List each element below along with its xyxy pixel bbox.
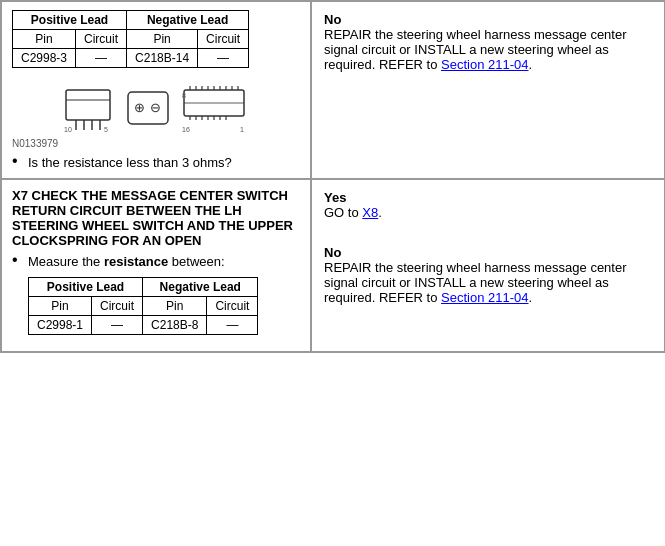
- row1-cir1: —: [76, 49, 127, 68]
- cell-top-left: Positive Lead Negative Lead Pin Circuit …: [1, 1, 311, 179]
- col-circuit2: Circuit: [198, 30, 249, 49]
- col-pin2: Pin: [127, 30, 198, 49]
- section-title: X7 CHECK THE MESSAGE CENTER SWITCH RETUR…: [12, 188, 300, 248]
- connector1-svg: 10 5: [62, 86, 114, 134]
- positive-lead-header: Positive Lead: [13, 11, 127, 30]
- no-link-top[interactable]: Section 211-04: [441, 57, 528, 72]
- cell-bottom-right: Yes GO to X8. No REPAIR the steering whe…: [311, 179, 665, 352]
- bullet-measure-text: Measure the resistance between:: [28, 254, 225, 269]
- negative-lead-header-b: Negative Lead: [143, 278, 258, 297]
- connector3: 16 1 8: [182, 86, 250, 134]
- row1-pin2-b: C218B-8: [143, 316, 207, 335]
- row1-cir2-b: —: [207, 316, 258, 335]
- row1-pin1-b: C2998-1: [29, 316, 92, 335]
- lead-table-bottom: Positive Lead Negative Lead Pin Circuit …: [28, 277, 258, 335]
- no-label-top: No: [324, 12, 653, 27]
- connector-images: 10 5 ⊕ ⊖: [12, 86, 300, 134]
- no-answer-bottom: No REPAIR the steering wheel harness mes…: [324, 245, 653, 305]
- bullet-dot2: •: [12, 252, 24, 268]
- no-suffix-top: .: [529, 57, 533, 72]
- lead-table-top: Positive Lead Negative Lead Pin Circuit …: [12, 10, 249, 68]
- yes-answer: Yes GO to X8.: [324, 190, 653, 220]
- svg-text:10: 10: [64, 126, 72, 133]
- connector3-svg: 16 1 8: [182, 86, 250, 134]
- row1-pin1: C2998-3: [13, 49, 76, 68]
- bullet-dot: •: [12, 153, 24, 169]
- main-grid: Positive Lead Negative Lead Pin Circuit …: [0, 0, 665, 353]
- yes-suffix: .: [378, 205, 382, 220]
- connector1: 10 5: [62, 86, 114, 134]
- col-circuit1: Circuit: [76, 30, 127, 49]
- positive-lead-header-b: Positive Lead: [29, 278, 143, 297]
- no-text-top: REPAIR the steering wheel harness messag…: [324, 27, 653, 72]
- bullet-bold: resistance: [104, 254, 168, 269]
- bullet-text: Is the resistance less than 3 ohms?: [28, 155, 232, 170]
- svg-text:16: 16: [182, 126, 190, 133]
- col-circuit1-b: Circuit: [92, 297, 143, 316]
- yes-label: Yes: [324, 190, 653, 205]
- no-link-bottom[interactable]: Section 211-04: [441, 290, 528, 305]
- no-text-bottom: REPAIR the steering wheel harness messag…: [324, 260, 653, 305]
- bullet-tail: between:: [172, 254, 225, 269]
- cell-bottom-left: X7 CHECK THE MESSAGE CENTER SWITCH RETUR…: [1, 179, 311, 352]
- col-circuit2-b: Circuit: [207, 297, 258, 316]
- no-answer-top: No REPAIR the steering wheel harness mes…: [324, 12, 653, 72]
- yes-link[interactable]: X8: [362, 205, 378, 220]
- connector2-svg: ⊕ ⊖: [126, 90, 170, 130]
- svg-text:8: 8: [182, 92, 186, 99]
- row1-cir1-b: —: [92, 316, 143, 335]
- svg-text:1: 1: [240, 126, 244, 133]
- negative-lead-header: Negative Lead: [127, 11, 249, 30]
- svg-text:⊖: ⊖: [150, 100, 161, 115]
- row1-cir2: —: [198, 49, 249, 68]
- no-suffix-bottom: .: [529, 290, 533, 305]
- bullet-resistance: • Is the resistance less than 3 ohms?: [12, 155, 300, 170]
- yes-text-content: GO to: [324, 205, 359, 220]
- svg-text:5: 5: [104, 126, 108, 133]
- no-label-bottom: No: [324, 245, 653, 260]
- figure-label: N0133979: [12, 138, 300, 149]
- bullet-measure: • Measure the resistance between:: [12, 254, 300, 269]
- cell-top-right: No REPAIR the steering wheel harness mes…: [311, 1, 665, 179]
- svg-text:⊕: ⊕: [134, 100, 145, 115]
- row1-pin2: C218B-14: [127, 49, 198, 68]
- col-pin2-b: Pin: [143, 297, 207, 316]
- col-pin1: Pin: [13, 30, 76, 49]
- bullet-lead: Measure the: [28, 254, 100, 269]
- svg-rect-0: [66, 90, 110, 120]
- yes-text-block: GO to X8.: [324, 205, 653, 220]
- connector2: ⊕ ⊖: [126, 90, 170, 130]
- col-pin1-b: Pin: [29, 297, 92, 316]
